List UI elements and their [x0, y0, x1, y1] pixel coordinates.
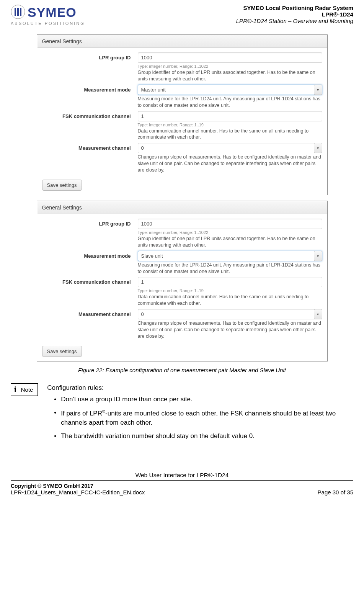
- mchan-select[interactable]: [138, 143, 322, 153]
- mode-hint: Measuring mode for the LPR-1D24 unit. An…: [138, 96, 322, 109]
- svg-rect-1: [15, 8, 16, 16]
- settings-panel: General Settings LPR group ID Type: inte…: [37, 201, 328, 361]
- mchan-label: Measurement channel: [42, 143, 138, 173]
- save-button[interactable]: Save settings: [42, 346, 82, 357]
- group-id-hint-small: Type: integer number, Range: 1..1022: [138, 64, 322, 69]
- note-title: Configuration rules:: [47, 383, 353, 393]
- group-id-input[interactable]: [138, 52, 322, 63]
- save-button[interactable]: Save settings: [42, 180, 82, 191]
- header-line1: SYMEO Local Positioning Radar System: [236, 5, 353, 11]
- logo-text: SYMEO: [28, 5, 77, 20]
- footer-page: Page 30 of 35: [318, 489, 353, 496]
- panel-title: General Settings: [38, 201, 327, 214]
- group-id-label: LPR group ID: [42, 52, 138, 82]
- note-block: i Note Configuration rules: Don't use a …: [11, 383, 353, 445]
- svg-rect-3: [20, 8, 21, 16]
- header-titles: SYMEO Local Positioning Radar System LPR…: [236, 5, 353, 24]
- chevron-down-icon[interactable]: ▾: [314, 143, 322, 153]
- fsk-hint: Data communication channel number. Has t…: [138, 128, 322, 141]
- mode-label: Measurement mode: [42, 251, 138, 275]
- mode-label: Measurement mode: [42, 85, 138, 109]
- chevron-down-icon[interactable]: ▾: [314, 309, 322, 319]
- note-content: Configuration rules: Don't use a group I…: [47, 383, 353, 445]
- page-footer: Web User Interface for LPR®-1D24 Copyrig…: [11, 472, 353, 496]
- mchan-label: Measurement channel: [42, 309, 138, 340]
- fsk-hint-small: Type: integer number, Range: 1..19: [138, 288, 322, 293]
- header-line3: LPR®-1D24 Station – Overview and Mountin…: [236, 18, 353, 24]
- logo: SYMEO ABSOLUTE POSITIONING: [11, 5, 85, 26]
- footer-rule: [11, 480, 353, 481]
- logo-icon: [11, 5, 25, 20]
- fsk-input[interactable]: [138, 277, 322, 287]
- mchan-hint: Changes ramp slope of measurements. Has …: [138, 320, 322, 340]
- chevron-down-icon[interactable]: ▾: [314, 251, 322, 261]
- logo-subtext: ABSOLUTE POSITIONING: [11, 21, 85, 26]
- group-id-hint: Group identifier of one pair of LPR unit…: [138, 69, 322, 82]
- mchan-hint: Changes ramp slope of measurements. Has …: [138, 154, 322, 173]
- mode-hint: Measuring mode for the LPR-1D24 unit. An…: [138, 262, 322, 275]
- mode-select[interactable]: [138, 85, 322, 95]
- chevron-down-icon[interactable]: ▾: [314, 85, 322, 95]
- fsk-label: FSK communication channel: [42, 111, 138, 141]
- page-header: SYMEO ABSOLUTE POSITIONING SYMEO Local P…: [11, 5, 353, 26]
- figure-caption: Figure 22: Example configuration of one …: [11, 367, 353, 373]
- group-id-label: LPR group ID: [42, 219, 138, 249]
- fsk-label: FSK communication channel: [42, 277, 138, 307]
- mchan-select[interactable]: [138, 309, 322, 319]
- footer-center: Web User Interface for LPR®-1D24: [11, 472, 353, 479]
- note-badge: i Note: [11, 383, 38, 396]
- svg-rect-2: [17, 8, 19, 16]
- footer-filename: LPR-1D24_Users_Manual_FCC-IC-Edition_EN.…: [11, 489, 145, 496]
- fsk-input[interactable]: [138, 111, 322, 121]
- note-bullet: Don't use a group ID more than once per …: [54, 395, 353, 404]
- panel-title: General Settings: [38, 35, 327, 48]
- header-rule: [11, 29, 353, 29]
- header-line2: LPR®-1D24: [236, 11, 353, 18]
- settings-panel: General Settings LPR group ID Type: inte…: [37, 34, 328, 195]
- fsk-hint-small: Type: integer number, Range: 1..19: [138, 123, 322, 127]
- copyright: Copyright © SYMEO GmbH 2017: [11, 483, 353, 489]
- info-icon: i: [14, 385, 16, 394]
- fsk-hint: Data communication channel number. Has t…: [138, 294, 322, 307]
- note-bullet: The bandwidth variation number should st…: [54, 432, 353, 441]
- group-id-hint: Group identifier of one pair of LPR unit…: [138, 235, 322, 249]
- note-badge-label: Note: [21, 386, 33, 393]
- group-id-hint-small: Type: integer number, Range: 1..1022: [138, 230, 322, 235]
- note-bullet: If pairs of LPR®-units are mounted close…: [54, 408, 353, 428]
- mode-select[interactable]: [138, 251, 322, 261]
- group-id-input[interactable]: [138, 219, 322, 229]
